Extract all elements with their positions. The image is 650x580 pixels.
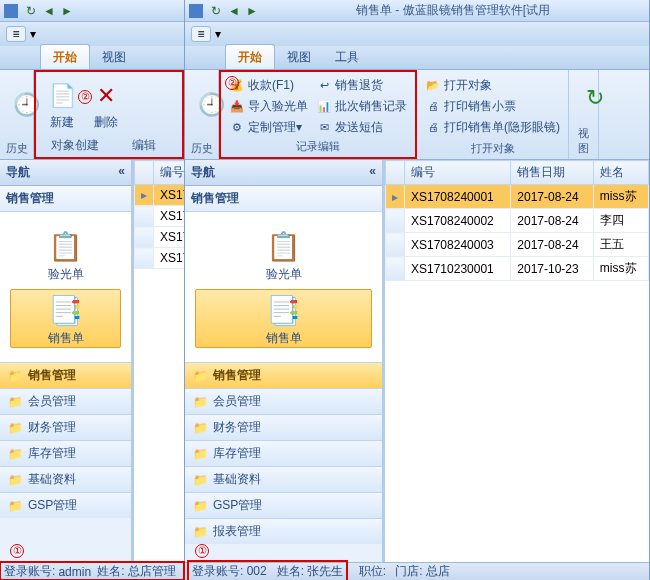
view-refresh-button[interactable]: ↻ xyxy=(573,78,617,120)
cell[interactable]: XS17 xyxy=(154,206,185,227)
nav-item-sales[interactable]: 📑销售单 xyxy=(10,289,121,348)
cell[interactable]: XS17 xyxy=(154,185,185,206)
tab-view[interactable]: 视图 xyxy=(90,45,138,69)
nav-folder-sales[interactable]: 📁销售管理 xyxy=(0,362,131,388)
tab-start[interactable]: 开始 xyxy=(225,44,275,69)
group-create-label: 对象创建 xyxy=(40,137,109,154)
import-button[interactable]: 📥导入验光单 xyxy=(225,96,312,117)
folder-icon: 📁 xyxy=(193,473,208,487)
order-icon: 📑 xyxy=(46,290,86,330)
custom-button[interactable]: ⚙定制管理▾ xyxy=(225,117,312,138)
group-edit-label: 编辑 xyxy=(109,137,178,154)
cell[interactable]: miss苏 xyxy=(593,185,648,209)
nav-section[interactable]: 销售管理 xyxy=(0,186,131,212)
nav-left: 导航« 销售管理 📋验光单 📑销售单 📁销售管理 📁会员管理 📁财务管理 📁库存… xyxy=(0,160,134,562)
nav-folder-finance[interactable]: 📁财务管理 xyxy=(0,414,131,440)
tab-view[interactable]: 视图 xyxy=(275,45,323,69)
tab-tools[interactable]: 工具 xyxy=(323,45,371,69)
print-small-button[interactable]: 🖨打印销售小票 xyxy=(421,96,564,117)
forward-icon[interactable]: ► xyxy=(244,3,260,19)
folder-icon: 📁 xyxy=(8,369,23,383)
nav-folder-report[interactable]: 📁报表管理 xyxy=(185,518,382,544)
sms-icon: ✉ xyxy=(316,119,332,135)
qat-dropdown-icon[interactable]: ▾ xyxy=(30,27,36,41)
nav-item-sales[interactable]: 📑销售单 xyxy=(195,289,372,348)
cell[interactable]: 李四 xyxy=(593,209,648,233)
ribbon-tabs-left: 开始 视图 xyxy=(0,46,184,70)
folder-icon: 📁 xyxy=(193,525,208,539)
col-name[interactable]: 姓名 xyxy=(593,161,648,185)
cell[interactable]: 2017-08-24 xyxy=(511,185,594,209)
nav-folder-member[interactable]: 📁会员管理 xyxy=(185,388,382,414)
qat-menu-icon[interactable]: ≡ xyxy=(191,26,211,42)
folder-icon: 📁 xyxy=(8,395,23,409)
qat-dropdown-icon[interactable]: ▾ xyxy=(215,27,221,41)
status-name: 总店管理 xyxy=(128,563,176,580)
chevron-left-icon[interactable]: « xyxy=(369,164,376,181)
quick-access-left: ≡ ▾ xyxy=(0,22,184,46)
statusbar-left: 登录账号: admin 姓名: 总店管理 xyxy=(0,562,184,580)
cell[interactable]: XS1708240001 xyxy=(405,185,511,209)
cell[interactable]: XS17 xyxy=(154,227,185,248)
gear-icon: ⚙ xyxy=(229,119,245,135)
badge-1: ① xyxy=(10,544,24,558)
nav-folder-base[interactable]: 📁基础资料 xyxy=(185,466,382,492)
nav-folder-gsp[interactable]: 📁GSP管理 xyxy=(185,492,382,518)
nav-folder-gsp[interactable]: 📁GSP管理 xyxy=(0,492,131,518)
refresh-icon[interactable]: ↻ xyxy=(208,3,224,19)
nav-header: 导航« xyxy=(0,160,131,186)
chevron-left-icon[interactable]: « xyxy=(118,164,125,181)
sms-button[interactable]: ✉发送短信 xyxy=(312,117,411,138)
batch-button[interactable]: 📊批次销售记录 xyxy=(312,96,411,117)
chevron-down-icon: ▾ xyxy=(296,120,302,134)
group-open-label: 打开对象 xyxy=(421,140,564,157)
nav-folder-stock[interactable]: 📁库存管理 xyxy=(0,440,131,466)
row-indicator: ▸ xyxy=(386,185,405,209)
cell[interactable]: XS17 xyxy=(154,248,185,269)
delete-button[interactable]: ✕删除 xyxy=(84,76,128,135)
status-name: 张先生 xyxy=(307,564,343,578)
cell[interactable]: 2017-08-24 xyxy=(511,209,594,233)
new-button[interactable]: 📄新建 xyxy=(40,76,84,135)
nav-folder-member[interactable]: 📁会员管理 xyxy=(0,388,131,414)
forward-icon[interactable]: ► xyxy=(59,3,75,19)
col-id[interactable]: 编号 xyxy=(154,161,185,185)
nav-header: 导航« xyxy=(185,160,382,186)
col-date[interactable]: 销售日期 xyxy=(511,161,594,185)
titlebar-right: ↻ ◄ ► 销售单 - 傲蓝眼镜销售管理软件[试用 xyxy=(185,0,649,22)
col-id[interactable]: 编号 xyxy=(405,161,511,185)
nav-item-optometry[interactable]: 📋验光单 xyxy=(185,226,382,283)
nav-section[interactable]: 销售管理 xyxy=(185,186,382,212)
return-button[interactable]: ↩销售退货 xyxy=(312,75,411,96)
titlebar-left: ↻ ◄ ► xyxy=(0,0,184,22)
cell[interactable]: 2017-08-24 xyxy=(511,233,594,257)
nav-item-optometry[interactable]: 📋验光单 xyxy=(0,226,131,283)
open-button[interactable]: 📂打开对象 xyxy=(421,75,564,96)
cell[interactable]: XS1708240002 xyxy=(405,209,511,233)
tab-start[interactable]: 开始 xyxy=(40,44,90,69)
grid-right[interactable]: 编号 销售日期 姓名 ▸XS17082400012017-08-24miss苏 … xyxy=(385,160,649,562)
refresh-icon: ↻ xyxy=(579,82,611,114)
nav-folder-sales[interactable]: 📁销售管理 xyxy=(185,362,382,388)
cell[interactable]: 王五 xyxy=(593,233,648,257)
grid-left[interactable]: 编号 ▸XS17 XS17 XS17 XS17 xyxy=(134,160,184,562)
cell[interactable]: miss苏 xyxy=(593,257,648,281)
app-icon xyxy=(4,4,18,18)
print-contact-button[interactable]: 🖨打印销售单(隐形眼镜) xyxy=(421,117,564,138)
folder-icon: 📁 xyxy=(193,421,208,435)
nav-folder-stock[interactable]: 📁库存管理 xyxy=(185,440,382,466)
qat-menu-icon[interactable]: ≡ xyxy=(6,26,26,42)
cell[interactable]: XS1710230001 xyxy=(405,257,511,281)
cell[interactable]: 2017-10-23 xyxy=(511,257,594,281)
form-icon: 📋 xyxy=(46,226,86,266)
cell[interactable]: XS1708240003 xyxy=(405,233,511,257)
nav-folder-base[interactable]: 📁基础资料 xyxy=(0,466,131,492)
form-icon: 📋 xyxy=(264,226,304,266)
back-icon[interactable]: ◄ xyxy=(226,3,242,19)
back-icon[interactable]: ◄ xyxy=(41,3,57,19)
group-view-label: 视图 xyxy=(573,125,594,157)
nav-folder-finance[interactable]: 📁财务管理 xyxy=(185,414,382,440)
folder-icon: 📁 xyxy=(8,499,23,513)
return-icon: ↩ xyxy=(316,77,332,93)
refresh-icon[interactable]: ↻ xyxy=(23,3,39,19)
